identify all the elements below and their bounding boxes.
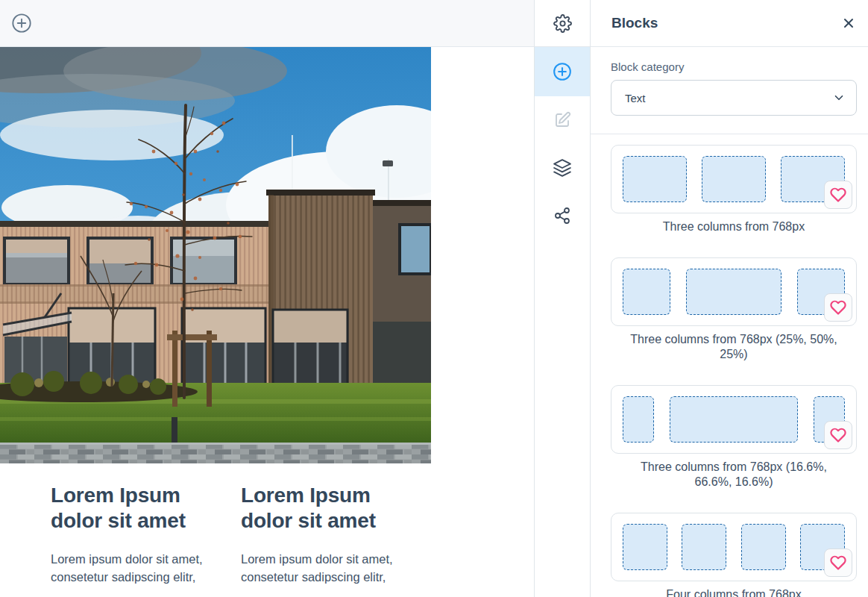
block-column-placeholder (702, 156, 766, 202)
plus-circle-icon (11, 13, 32, 34)
blocks-panel-header: Blocks (591, 0, 868, 47)
text-column: Lorem Ipsum dolor sit amet Lorem ipsum d… (241, 483, 416, 586)
block-column-placeholder (623, 269, 670, 315)
heart-icon (830, 187, 846, 203)
block-column-placeholder (623, 156, 687, 202)
plus-circle-icon (553, 62, 572, 81)
block-label: Three columns from 768px (16.6%, 66.6%, … (623, 460, 844, 490)
block-card[interactable] (611, 145, 857, 213)
block-category-label: Block category (611, 60, 857, 73)
block-card[interactable] (611, 257, 857, 326)
close-icon (841, 16, 856, 31)
favorite-button[interactable] (824, 293, 852, 322)
selected-category: Text (625, 92, 646, 104)
block-card[interactable] (611, 513, 857, 581)
chevron-down-icon (832, 91, 846, 104)
column-body: Lorem ipsum dolor sit amet, consetetur s… (241, 550, 416, 586)
column-body: Lorem ipsum dolor sit amet, consetetur s… (51, 550, 226, 586)
toolbar-item-add-block[interactable] (535, 47, 590, 96)
block-column-placeholder (741, 524, 786, 570)
block-list-item: Four columns from 768px (611, 513, 857, 597)
block-column-placeholder (670, 396, 798, 443)
gear-icon (553, 14, 572, 33)
text-column: Lorem Ipsum dolor sit amet Lorem ipsum d… (51, 483, 226, 586)
block-column-placeholder (623, 396, 654, 443)
editor-toolbar (534, 0, 591, 597)
toolbar-item-layers[interactable] (535, 144, 590, 192)
blocks-panel: Blocks Block category Text Three columns… (591, 0, 868, 597)
page-builder: Lorem Ipsum dolor sit amet Lorem ipsum d… (0, 0, 868, 597)
block-column-placeholder (686, 269, 781, 315)
block-column-placeholder (682, 524, 726, 570)
block-category-select[interactable]: Text (611, 80, 857, 116)
block-label: Three columns from 768px (623, 219, 844, 234)
close-panel-button[interactable] (838, 13, 859, 34)
block-list-item: Three columns from 768px (16.6%, 66.6%, … (611, 385, 857, 490)
toolbar-item-settings[interactable] (535, 0, 590, 47)
canvas-preview: Lorem Ipsum dolor sit amet Lorem ipsum d… (0, 0, 534, 597)
block-label: Four columns from 768px (623, 587, 844, 597)
block-card[interactable] (611, 385, 857, 454)
share-icon (553, 207, 571, 225)
block-label: Three columns from 768px (25%, 50%, 25%) (623, 332, 844, 362)
heart-icon (830, 299, 846, 316)
canvas-body: Lorem Ipsum dolor sit amet Lorem ipsum d… (0, 47, 534, 597)
block-column-placeholder (623, 524, 667, 570)
block-list-item: Three columns from 768px (611, 145, 857, 234)
block-category-section: Block category Text (591, 47, 868, 134)
text-columns-block: Lorem Ipsum dolor sit amet Lorem ipsum d… (51, 483, 534, 586)
heart-icon (830, 554, 846, 571)
toolbar-item-edit[interactable] (535, 96, 590, 144)
favorite-button[interactable] (824, 548, 852, 577)
edit-icon (553, 111, 571, 129)
heart-icon (830, 427, 846, 443)
add-section-button[interactable] (11, 13, 32, 34)
panel-title: Blocks (611, 15, 838, 31)
column-heading: Lorem Ipsum dolor sit amet (51, 483, 226, 534)
canvas-topbar (0, 0, 534, 47)
favorite-button[interactable] (824, 181, 852, 209)
layers-icon (553, 158, 572, 178)
block-list-item: Three columns from 768px (25%, 50%, 25%) (611, 257, 857, 362)
favorite-button[interactable] (824, 421, 852, 449)
block-list: Three columns from 768px Three columns f… (591, 134, 868, 597)
column-heading: Lorem Ipsum dolor sit amet (241, 483, 416, 534)
toolbar-item-share[interactable] (535, 192, 590, 240)
hero-image (0, 47, 431, 463)
